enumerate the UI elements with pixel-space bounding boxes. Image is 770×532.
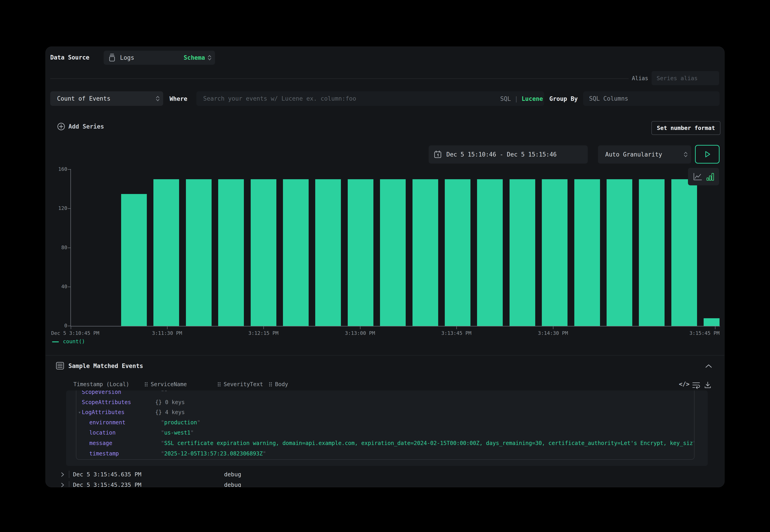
attribute-row[interactable]: ScopeVersion"" [76, 390, 694, 396]
attribute-row[interactable]: message"SSL certificate expiration warni… [76, 440, 694, 447]
x-tick-mark [360, 326, 360, 329]
event-row[interactable]: Dec 5 3:15:45.635 PMdebug [46, 471, 725, 478]
column-header-servicename[interactable]: ServiceName [151, 381, 187, 388]
attribute-keys-badge: {} 0 keys [155, 399, 185, 405]
event-severity: debug [224, 471, 241, 478]
bar[interactable] [413, 179, 438, 326]
drag-grip-icon[interactable] [144, 382, 148, 387]
legend-series-label[interactable]: count() [63, 338, 85, 344]
bar[interactable] [283, 179, 309, 326]
y-tick-mark [68, 326, 70, 326]
x-tick-label: 3:11:30 PM [131, 330, 203, 336]
x-tick-label: 3:13:45 PM [420, 330, 493, 336]
bar[interactable] [639, 179, 665, 326]
event-row[interactable]: Dec 5 3:15:45.235 PMdebug [46, 481, 725, 487]
bar[interactable] [510, 179, 535, 326]
bar[interactable] [445, 179, 471, 326]
x-tick-label: Dec 5 3:10:45 PM [51, 330, 99, 336]
legend-swatch [52, 341, 59, 342]
attribute-key[interactable]: message [89, 440, 112, 446]
page: Data Source Logs Schema Alias Count of E… [0, 0, 770, 532]
bar[interactable] [542, 179, 568, 326]
y-tick-label: 120 [46, 205, 67, 211]
bar[interactable] [315, 179, 341, 326]
bar[interactable] [251, 179, 276, 326]
attribute-value: "2025-12-05T13:57:23.082306893Z" [161, 450, 266, 457]
attribute-value: "production" [161, 419, 200, 426]
download-icon[interactable] [704, 381, 712, 389]
caret-down-icon[interactable]: ▾ [78, 410, 81, 415]
attribute-keys-badge: {} 4 keys [155, 409, 185, 415]
expand-row-icon[interactable] [61, 472, 65, 477]
x-tick-mark [553, 326, 554, 329]
code-view-icon[interactable]: </> [679, 381, 690, 388]
attribute-key[interactable]: ScopeAttributes [82, 399, 131, 405]
x-axis-line [70, 326, 720, 326]
drag-grip-icon[interactable] [269, 382, 272, 387]
y-tick-label: 40 [46, 284, 67, 289]
chart-explorer-card: Data Source Logs Schema Alias Count of E… [45, 47, 725, 487]
event-timestamp: Dec 5 3:15:45.235 PM [73, 482, 141, 487]
attribute-row[interactable]: environment"production" [76, 419, 694, 426]
row-divider [69, 471, 69, 478]
x-tick-mark [263, 326, 264, 329]
collapse-section-icon[interactable] [705, 364, 713, 368]
bar[interactable] [348, 179, 373, 326]
attribute-key[interactable]: environment [89, 419, 125, 426]
x-tick-label: 3:14:30 PM [517, 330, 589, 336]
bar[interactable] [607, 179, 632, 326]
column-header-severitytext[interactable]: SeverityText [224, 381, 263, 388]
bar[interactable] [574, 179, 600, 326]
x-tick-label: 3:13:00 PM [323, 330, 397, 336]
expand-row-icon[interactable] [61, 482, 65, 487]
attribute-row[interactable]: ▾LogAttributes{} 4 keys [76, 409, 694, 416]
y-tick-mark [68, 169, 70, 170]
section-divider [46, 355, 725, 355]
x-tick-mark [715, 326, 715, 329]
event-severity: debug [224, 482, 241, 487]
x-tick-mark [71, 326, 71, 329]
attribute-value: "us-west1" [161, 430, 194, 436]
attribute-row[interactable]: location"us-west1" [76, 430, 694, 436]
bar[interactable] [477, 179, 503, 326]
drag-grip-icon[interactable] [217, 382, 221, 387]
sample-matched-events-title: Sample Matched Events [68, 363, 143, 369]
bar-chart-icon[interactable] [706, 172, 714, 181]
bar[interactable] [704, 318, 720, 326]
column-header-body[interactable]: Body [275, 381, 288, 388]
bar[interactable] [121, 194, 147, 326]
attribute-value: "" [161, 390, 167, 395]
x-tick-label: 3:12:15 PM [227, 330, 300, 336]
y-tick-label: 0 [46, 323, 67, 328]
bar-chart: 04080120160Dec 5 3:10:45 PM3:11:30 PM3:1… [46, 47, 725, 356]
x-tick-mark [167, 326, 167, 329]
x-tick-label: 3:15:45 PM [661, 330, 720, 336]
attributes-json-panel: ScopeVersion""ScopeAttributes{} 0 keys▾L… [76, 390, 695, 460]
y-tick-mark [68, 208, 70, 209]
chart-type-toolbar [688, 168, 719, 185]
attribute-value: "SSL certificate expiration warning, dom… [161, 440, 695, 446]
event-timestamp: Dec 5 3:15:45.635 PM [73, 471, 141, 478]
bar[interactable] [218, 179, 244, 326]
expanded-event-panel: ScopeVersion""ScopeAttributes{} 0 keys▾L… [66, 390, 708, 466]
wrap-text-icon[interactable] [692, 382, 700, 389]
bar[interactable] [671, 179, 697, 326]
y-tick-mark [68, 287, 70, 287]
y-tick-mark [68, 248, 70, 248]
y-axis-line [70, 169, 71, 326]
attribute-key[interactable]: timestamp [89, 450, 119, 457]
bar[interactable] [153, 179, 179, 326]
event-list-icon [56, 362, 64, 370]
attribute-key[interactable]: ScopeVersion [82, 390, 121, 395]
y-tick-label: 160 [46, 166, 67, 172]
line-chart-icon[interactable] [693, 172, 703, 181]
attribute-key[interactable]: LogAttributes [82, 409, 124, 415]
attribute-row[interactable]: ScopeAttributes{} 0 keys [76, 399, 694, 406]
column-header-timestamp[interactable]: Timestamp (Local) [73, 381, 129, 388]
bar[interactable] [186, 179, 211, 326]
attribute-key[interactable]: location [89, 430, 116, 436]
x-tick-mark [456, 326, 457, 329]
y-tick-label: 80 [46, 245, 67, 250]
bar[interactable] [380, 179, 406, 326]
attribute-row[interactable]: timestamp"2025-12-05T13:57:23.082306893Z… [76, 450, 694, 457]
